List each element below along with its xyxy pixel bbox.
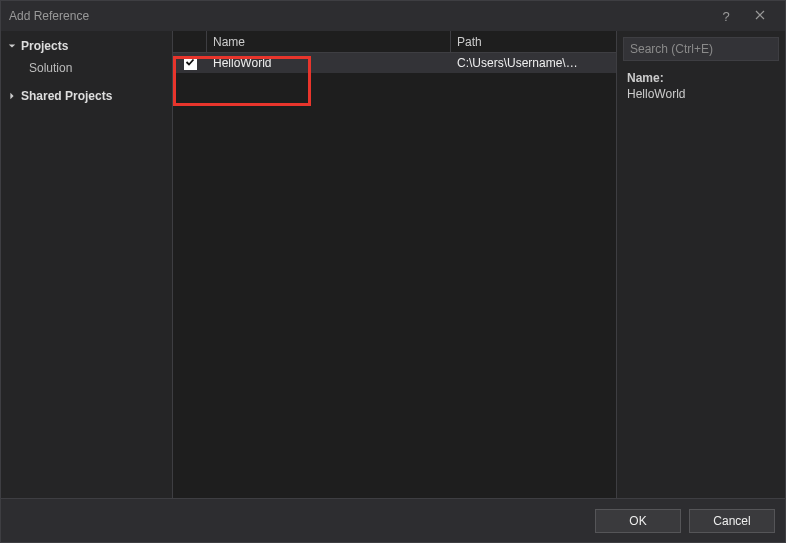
row-path: C:\Users\Username\… xyxy=(451,56,616,70)
sidebar-item-shared-projects[interactable]: Shared Projects xyxy=(1,85,172,107)
table-row[interactable]: HelloWorld C:\Users\Username\… xyxy=(173,53,616,73)
close-icon xyxy=(755,9,765,23)
titlebar: Add Reference ? xyxy=(1,1,785,31)
help-icon: ? xyxy=(722,9,729,24)
column-headers: Name Path xyxy=(173,31,616,53)
sidebar-item-label: Shared Projects xyxy=(21,89,112,103)
chevron-right-icon xyxy=(7,91,17,101)
sidebar-item-label: Projects xyxy=(21,39,68,53)
column-header-path-label: Path xyxy=(457,35,482,49)
sidebar-item-solution[interactable]: Solution xyxy=(1,57,172,79)
cancel-button-label: Cancel xyxy=(713,514,750,528)
column-header-name[interactable]: Name xyxy=(207,31,451,52)
detail-panel: Name: HelloWorld xyxy=(617,65,785,101)
chevron-down-icon xyxy=(7,41,17,51)
sidebar-item-label: Solution xyxy=(29,61,72,75)
window-title: Add Reference xyxy=(9,9,709,23)
column-header-check[interactable] xyxy=(173,31,207,52)
main-top: Name Path xyxy=(173,31,785,498)
close-button[interactable] xyxy=(743,3,777,29)
projects-list: Name Path xyxy=(173,31,616,498)
right-panel: Name: HelloWorld xyxy=(616,31,785,498)
ok-button-label: OK xyxy=(629,514,646,528)
content-area: Projects Solution Shared Projects N xyxy=(1,31,785,498)
help-button[interactable]: ? xyxy=(709,3,743,29)
detail-name-label: Name: xyxy=(627,71,775,85)
sidebar-item-projects[interactable]: Projects xyxy=(1,35,172,57)
dialog-footer: OK Cancel xyxy=(1,498,785,542)
search-input[interactable] xyxy=(624,42,786,56)
cancel-button[interactable]: Cancel xyxy=(689,509,775,533)
checkmark-icon xyxy=(185,56,195,70)
search-box xyxy=(623,37,779,61)
dialog-window: Add Reference ? Projects Solution xyxy=(0,0,786,543)
row-checkbox[interactable] xyxy=(184,57,197,70)
main-area: Name Path xyxy=(173,31,785,498)
column-header-name-label: Name xyxy=(213,35,245,49)
column-header-path[interactable]: Path xyxy=(451,31,616,52)
titlebar-controls: ? xyxy=(709,3,777,29)
row-checkbox-cell xyxy=(173,57,207,70)
sidebar: Projects Solution Shared Projects xyxy=(1,31,173,498)
ok-button[interactable]: OK xyxy=(595,509,681,533)
row-name: HelloWorld xyxy=(207,56,451,70)
detail-name-value: HelloWorld xyxy=(627,87,775,101)
